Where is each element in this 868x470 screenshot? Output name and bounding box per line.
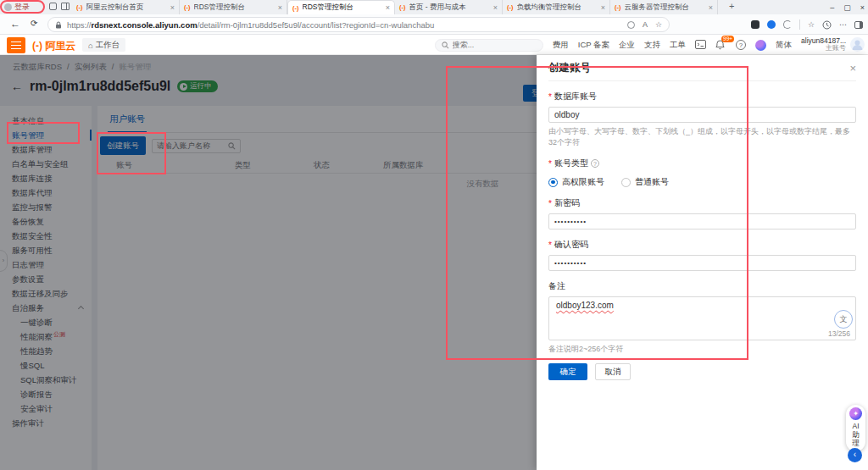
- radio-normal-account[interactable]: 普通账号: [621, 176, 669, 188]
- workbench-button[interactable]: ⌂ 工作台: [82, 38, 125, 52]
- account-menu[interactable]: aliyun84187... 主账号: [801, 37, 865, 53]
- extension-icon-3[interactable]: [783, 20, 792, 29]
- new-tab-button[interactable]: +: [729, 1, 734, 11]
- tab-close-icon[interactable]: ×: [170, 3, 175, 12]
- ai-assistant-widget[interactable]: AI 助 理: [846, 405, 865, 451]
- home-icon: ⌂: [88, 41, 93, 50]
- create-account-drawer: 创建账号 × * 数据库账号 由小写字母、大写字母、数字、下划线（_）组成，以字…: [537, 55, 868, 470]
- translate-float-icon[interactable]: 文: [834, 310, 853, 329]
- notification-bell-icon[interactable]: 99+: [715, 40, 726, 51]
- cancel-button[interactable]: 取消: [595, 363, 631, 380]
- browser-toolbar-icons: ☆ ⋯: [751, 18, 863, 31]
- tab-close-icon[interactable]: ×: [601, 3, 605, 12]
- confirm-password-input[interactable]: [548, 255, 856, 271]
- minimize-button[interactable]: –: [830, 3, 834, 12]
- language-switch[interactable]: 简体: [776, 40, 792, 51]
- account-name-help: 由小写字母、大写字母、数字、下划线（_）组成，以字母开头，以字母或数字结尾，最多…: [548, 126, 856, 148]
- ai-assistant-icon: [849, 407, 862, 420]
- drawer-actions: 确定 取消: [548, 363, 856, 380]
- account-name-label: * 数据库账号: [548, 91, 856, 102]
- remark-value: oldboy123.com: [556, 301, 614, 310]
- browser-tab[interactable]: (-) RDS管理控制台 ×: [180, 0, 287, 14]
- profile-label: 登录: [14, 2, 30, 13]
- console-header-right: 费用 ICP 备案 企业 支持 工单 99+ ? 简体 aliyun84187.…: [435, 35, 865, 55]
- console-menu-button[interactable]: [7, 37, 25, 53]
- char-counter: 13/256: [828, 329, 850, 338]
- browser-tab[interactable]: (-) 云服务器管理控制台 ×: [610, 0, 718, 14]
- divider: [799, 19, 800, 30]
- tab-close-icon[interactable]: ×: [386, 3, 390, 12]
- aliyun-favicon-icon: (-): [507, 3, 514, 11]
- refresh-button[interactable]: ⟳: [31, 19, 37, 28]
- browser-tab[interactable]: (-) 首页 - 费用与成本 ×: [395, 0, 503, 14]
- ticket-link[interactable]: 工单: [670, 40, 686, 51]
- account-type-options: 高权限账号 普通账号: [548, 176, 856, 188]
- browser-address-bar: ← ⟳ https://rdsnext.console.aliyun.com/d…: [0, 14, 868, 35]
- tab-close-icon[interactable]: ×: [493, 3, 498, 12]
- required-asterisk: *: [548, 92, 552, 102]
- radio-selected-icon: [548, 178, 558, 187]
- aliyun-favicon-icon: (-): [615, 3, 621, 11]
- aliyun-logo[interactable]: (-) 阿里云: [32, 39, 75, 53]
- tab-close-icon[interactable]: ×: [278, 3, 282, 12]
- console-search[interactable]: [435, 39, 543, 52]
- tab-list: (-) 阿里云控制台首页 × (-) RDS管理控制台 × (-) RDS管理控…: [72, 0, 718, 14]
- billing-link[interactable]: 费用: [553, 40, 569, 51]
- search-icon: [442, 41, 449, 49]
- close-icon[interactable]: ×: [849, 62, 856, 75]
- extension-icon-2[interactable]: [767, 20, 776, 29]
- close-window-button[interactable]: ×: [860, 3, 865, 12]
- account-role: 主账号: [801, 45, 846, 53]
- url-text: https://rdsnext.console.aliyun.com/detai…: [67, 20, 622, 30]
- remark-help: 备注说明2~256个字符: [548, 344, 856, 355]
- aliyun-favicon-icon: (-): [292, 4, 299, 12]
- favorites-bar-icon[interactable]: ☆: [808, 18, 815, 32]
- tab-close-icon[interactable]: ×: [709, 3, 713, 12]
- cloudshell-icon[interactable]: [695, 40, 706, 51]
- favorite-star-icon[interactable]: ☆: [655, 20, 662, 29]
- remark-textarea[interactable]: oldboy123.com 13/256 文: [548, 296, 856, 340]
- account-avatar[interactable]: [850, 37, 865, 52]
- drawer-header: 创建账号 ×: [548, 55, 856, 81]
- browser-tab[interactable]: (-) 负载均衡管理控制台 ×: [503, 0, 610, 14]
- account-name-input[interactable]: [548, 107, 856, 123]
- ai-collapse-button[interactable]: ‹: [848, 448, 862, 462]
- new-password-label: * 新密码: [548, 197, 856, 209]
- workspaces-icon[interactable]: [49, 3, 57, 10]
- info-icon[interactable]: ?: [591, 159, 599, 168]
- window-controls: – ▢ ×: [830, 0, 865, 14]
- apps-sphere-icon[interactable]: [755, 40, 766, 51]
- aliyun-favicon-icon: (-): [76, 3, 83, 11]
- console-search-input[interactable]: [453, 41, 529, 49]
- tracking-prevention-icon[interactable]: [627, 21, 635, 29]
- back-button[interactable]: ←: [10, 18, 20, 30]
- support-link[interactable]: 支持: [644, 40, 660, 51]
- icp-link[interactable]: ICP 备案: [578, 40, 609, 51]
- maximize-button[interactable]: ▢: [843, 3, 851, 12]
- account-type-label: * 账号类型 ?: [548, 158, 856, 169]
- enterprise-link[interactable]: 企业: [619, 40, 635, 51]
- browser-profile-button[interactable]: 登录: [3, 2, 35, 13]
- confirm-button[interactable]: 确定: [548, 363, 587, 380]
- sidebar-panel-icon[interactable]: [854, 21, 863, 29]
- help-icon[interactable]: ?: [736, 40, 746, 50]
- required-asterisk: *: [548, 199, 552, 208]
- read-aloud-icon[interactable]: A: [643, 20, 648, 29]
- url-field[interactable]: https://rdsnext.console.aliyun.com/detai…: [47, 17, 670, 32]
- lock-icon: [55, 21, 62, 29]
- more-menu-icon[interactable]: ⋯: [839, 18, 847, 32]
- radio-privileged-account[interactable]: 高权限账号: [548, 176, 604, 188]
- browser-tab-active[interactable]: (-) RDS管理控制台 ×: [287, 0, 395, 14]
- browser-tab[interactable]: (-) 阿里云控制台首页 ×: [72, 0, 180, 14]
- radio-unselected-icon: [621, 178, 631, 187]
- remark-label: 备注: [548, 280, 856, 292]
- confirm-password-label: * 确认密码: [548, 239, 856, 251]
- aliyun-favicon-icon: (-): [184, 3, 191, 11]
- extension-icon-1[interactable]: [751, 20, 760, 29]
- browser-tab-strip: 登录 (-) 阿里云控制台首页 × (-) RDS管理控制台 × (-) RDS…: [0, 0, 868, 14]
- new-password-input[interactable]: [548, 213, 856, 229]
- drawer-title: 创建账号: [548, 61, 591, 75]
- history-icon[interactable]: [822, 20, 832, 30]
- split-screen-icon[interactable]: [61, 3, 70, 10]
- required-asterisk: *: [548, 159, 552, 169]
